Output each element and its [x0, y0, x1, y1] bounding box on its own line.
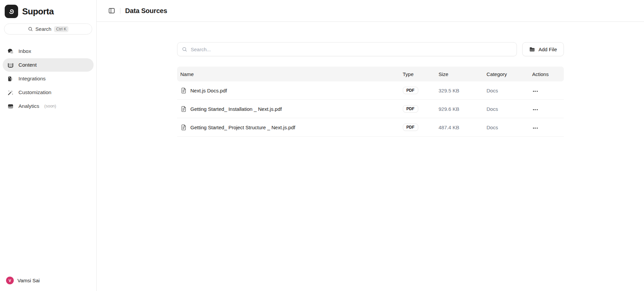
analytics-icon: [7, 103, 14, 110]
content-icon: [7, 62, 14, 69]
inbox-icon: [7, 48, 14, 55]
type-badge: PDF: [403, 87, 418, 94]
sidebar-item-inbox[interactable]: Inbox: [3, 45, 94, 58]
add-file-label: Add File: [538, 47, 557, 52]
column-header-type: Type: [399, 71, 435, 77]
add-file-button[interactable]: Add File: [522, 42, 564, 56]
sidebar-search-label: Search: [36, 26, 52, 32]
app-name: Suporta: [22, 6, 54, 17]
file-type-cell: PDF: [399, 124, 435, 131]
row-actions-button[interactable]: [532, 107, 539, 112]
file-size: 329.5 KB: [435, 88, 483, 93]
suporta-logo-icon: [5, 5, 18, 18]
avatar: V: [6, 277, 14, 284]
file-name-cell: Next.js Docs.pdf: [177, 87, 399, 94]
sidebar-item-integrations[interactable]: Integrations: [3, 72, 94, 85]
sidebar-nav: Inbox Content Integration: [0, 45, 96, 113]
column-header-actions: Actions: [529, 71, 564, 77]
app-logo: Suporta: [0, 0, 96, 21]
sidebar-item-label: Content: [18, 62, 37, 68]
file-name: Getting Started_ Installation _ Next.js.…: [191, 106, 282, 112]
file-category: Docs: [483, 106, 529, 112]
file-category: Docs: [483, 88, 529, 93]
file-category: Docs: [483, 125, 529, 130]
main-area: Data Sources Add File Name Type: [97, 0, 644, 291]
table-row: Getting Started_ Project Structure _ Nex…: [177, 118, 564, 137]
type-badge: PDF: [403, 124, 418, 131]
customization-icon: [7, 89, 14, 96]
soon-badge: (soon): [44, 104, 56, 108]
row-actions-button[interactable]: [532, 126, 539, 131]
file-search-input[interactable]: [177, 42, 517, 56]
file-text-icon: [180, 124, 187, 131]
file-size: 487.4 KB: [435, 125, 483, 130]
sidebar-item-analytics[interactable]: Analytics (soon): [3, 99, 94, 113]
sidebar-item-label: Analytics: [18, 103, 39, 109]
file-search: [177, 42, 517, 56]
row-actions-button[interactable]: [532, 89, 539, 94]
file-name: Next.js Docs.pdf: [191, 88, 227, 93]
sidebar: Suporta Search Ctrl K Inbox: [0, 0, 97, 291]
table-header-row: Name Type Size Category Actions: [177, 67, 564, 81]
type-badge: PDF: [403, 105, 418, 113]
sidebar-toggle-button[interactable]: [108, 7, 115, 14]
file-name-cell: Getting Started_ Project Structure _ Nex…: [177, 124, 399, 131]
file-size: 929.6 KB: [435, 106, 483, 112]
table-body: Next.js Docs.pdf PDF 329.5 KB Docs Getti…: [177, 81, 564, 137]
column-header-category: Category: [483, 71, 529, 77]
file-type-cell: PDF: [399, 105, 435, 113]
file-text-icon: [180, 106, 187, 112]
search-shortcut-badge: Ctrl K: [54, 26, 68, 32]
sidebar-item-customization[interactable]: Customization: [3, 86, 94, 99]
data-sources-content: Add File Name Type Size Category Actions: [177, 42, 564, 137]
sidebar-item-label: Customization: [18, 89, 51, 95]
topbar: Data Sources: [97, 0, 644, 22]
divider: [120, 8, 120, 14]
search-icon: [182, 47, 187, 52]
table-row: Getting Started_ Installation _ Next.js.…: [177, 100, 564, 118]
toolbar: Add File: [177, 42, 564, 56]
files-table: Name Type Size Category Actions Next.js …: [177, 67, 564, 137]
page-title: Data Sources: [125, 7, 167, 15]
sidebar-item-label: Inbox: [18, 48, 31, 54]
sidebar-item-label: Integrations: [18, 76, 46, 82]
user-menu[interactable]: V Vamsi Sai: [0, 271, 96, 291]
panel-left-icon: [108, 7, 115, 14]
column-header-name: Name: [177, 71, 399, 77]
sidebar-item-content[interactable]: Content: [3, 58, 94, 72]
file-name: Getting Started_ Project Structure _ Nex…: [191, 125, 296, 130]
file-text-icon: [180, 87, 187, 94]
user-name: Vamsi Sai: [17, 278, 40, 283]
folder-icon: [529, 46, 535, 53]
table-row: Next.js Docs.pdf PDF 329.5 KB Docs: [177, 81, 564, 100]
search-icon: [28, 26, 33, 31]
integrations-icon: [7, 75, 14, 82]
sidebar-search-button[interactable]: Search Ctrl K: [4, 23, 92, 34]
file-name-cell: Getting Started_ Installation _ Next.js.…: [177, 106, 399, 112]
column-header-size: Size: [435, 71, 483, 77]
file-type-cell: PDF: [399, 87, 435, 94]
